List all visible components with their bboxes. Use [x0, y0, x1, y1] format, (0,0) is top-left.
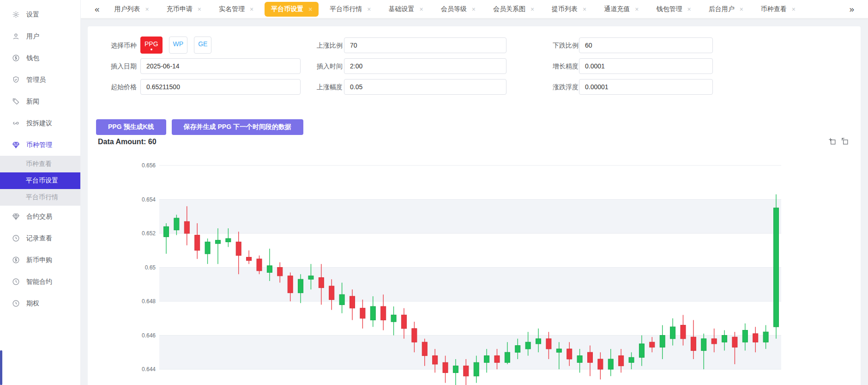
start-price-label: 起始价格 [111, 79, 137, 95]
tab-0[interactable]: 用户列表× [108, 2, 156, 17]
tab-label: 通道充值 [604, 5, 630, 13]
coin-button-ppg-label: PPG [145, 40, 158, 48]
tab-close-icon[interactable]: × [367, 6, 371, 12]
tab-label: 钱包管理 [656, 5, 682, 13]
shield-icon [12, 76, 20, 84]
sidebar-item-label: 记录查看 [26, 234, 52, 243]
sidebar-item-label: 智能合约 [26, 278, 52, 286]
coin-button-wp[interactable]: WP [169, 37, 188, 54]
sidebar-item-1[interactable]: 用户 [0, 25, 80, 47]
tab-7[interactable]: 会员关系图× [487, 2, 541, 17]
tab-close-icon[interactable]: × [308, 6, 312, 12]
tab-label: 提币列表 [552, 5, 578, 13]
tab-9[interactable]: 通道充值× [597, 2, 645, 17]
tabs-scroll-left-icon[interactable]: « [91, 4, 103, 14]
sidebar-subitem-6-2[interactable]: 平台币行情 [0, 189, 80, 206]
fall-ratio-input[interactable] [579, 37, 713, 53]
tab-label: 会员关系图 [493, 5, 525, 13]
sidebar-item-5[interactable]: 投拆建议 [0, 112, 80, 134]
tab-close-icon[interactable]: × [635, 6, 639, 12]
tab-label: 用户列表 [115, 5, 140, 13]
tab-label: 平台币行情 [330, 5, 362, 13]
sidebar-item-8[interactable]: 记录查看 [0, 227, 80, 249]
tab-10[interactable]: 钱包管理× [650, 2, 697, 17]
sidebar-scrollbar-thumb[interactable] [0, 350, 2, 385]
tab-12[interactable]: 币种查看× [754, 2, 802, 17]
sidebar-item-label: 新闻 [26, 98, 39, 106]
svg-text:0.652: 0.652 [142, 230, 156, 237]
coin-button-ge[interactable]: GE [194, 37, 211, 54]
tab-close-icon[interactable]: × [530, 6, 534, 12]
insert-date-label: 插入日期 [111, 58, 137, 74]
tab-11[interactable]: 后台用户× [702, 2, 750, 17]
rise-ratio-input[interactable] [344, 37, 506, 53]
rise-amplitude-input[interactable] [344, 79, 506, 95]
tabs-scroll-right-icon[interactable]: » [845, 4, 858, 14]
data-amount-text: Data Amount: 60 [98, 138, 157, 146]
fall-ratio-label: 下跌比例 [553, 37, 579, 53]
tab-close-icon[interactable]: × [250, 6, 253, 12]
coin-button-ppg[interactable]: PPG [140, 37, 163, 54]
sidebar-item-label: 币种管理 [26, 141, 52, 149]
sidebar-item-7[interactable]: 合约交易 [0, 206, 80, 227]
sidebar-item-3[interactable]: 管理员 [0, 69, 80, 91]
fluctuation-input[interactable] [579, 79, 713, 95]
tab-1[interactable]: 充币申请× [160, 2, 208, 17]
insert-time-input[interactable] [344, 58, 506, 74]
diamond-icon [12, 213, 20, 220]
tab-close-icon[interactable]: × [145, 6, 149, 12]
tab-label: 后台用户 [709, 5, 735, 13]
growth-precision-input[interactable] [579, 58, 713, 74]
sidebar-item-0[interactable]: 设置 [0, 4, 80, 25]
chart-restore-icon[interactable] [841, 137, 849, 145]
svg-text:0.644: 0.644 [142, 366, 156, 373]
tab-3[interactable]: 平台币设置× [265, 2, 319, 17]
coin-select-label: 选择币种 [111, 37, 137, 53]
sidebar-subitem-6-0[interactable]: 币种查看 [0, 156, 80, 172]
tab-6[interactable]: 会员等级× [434, 2, 482, 17]
coin-active-dot [151, 49, 152, 50]
wallet-icon [12, 54, 20, 62]
sidebar-item-4[interactable]: 新闻 [0, 91, 80, 112]
main-panel: 选择币种 PPG WP GE 上涨比例 下跌比例 [88, 26, 861, 385]
kline-chart-canvas[interactable]: 0.6560.6540.6520.650.6480.6460.644 [88, 159, 861, 385]
tab-label: 会员等级 [441, 5, 467, 13]
start-price-input[interactable] [140, 79, 301, 95]
chart-toolbox [828, 137, 849, 145]
insert-time-label: 插入时间 [317, 58, 343, 74]
save-generate-next-period-button[interactable]: 保存并生成 PPG 下一个时间段的数据 [172, 119, 303, 135]
sidebar-item-2[interactable]: 钱包 [0, 47, 80, 69]
sidebar-subitem-6-1[interactable]: 平台币设置 [0, 172, 80, 189]
link-icon [12, 119, 20, 127]
tab-close-icon[interactable]: × [792, 6, 796, 12]
sidebar-item-label: 管理员 [26, 76, 46, 84]
clock-icon [12, 278, 20, 286]
action-buttons: PPG 预生成K线 保存并生成 PPG 下一个时间段的数据 [96, 119, 303, 135]
sidebar-item-11[interactable]: 期权 [0, 293, 80, 314]
sidebar-item-label: 新币申购 [26, 256, 52, 264]
chart-zoom-select-icon[interactable] [828, 137, 836, 145]
sidebar-item-label: 投拆建议 [26, 119, 52, 128]
tab-close-icon[interactable]: × [198, 6, 201, 12]
kline-chart[interactable]: 0.6560.6540.6520.650.6480.6460.644 [88, 159, 861, 385]
sidebar-item-label: 设置 [26, 11, 39, 19]
tab-close-icon[interactable]: × [740, 6, 743, 12]
insert-date-input[interactable] [140, 58, 301, 74]
clock-icon [12, 299, 20, 307]
tab-close-icon[interactable]: × [687, 6, 691, 12]
tab-close-icon[interactable]: × [420, 6, 423, 12]
sidebar-item-9[interactable]: 新币申购 [0, 249, 80, 271]
sidebar-item-6[interactable]: 币种管理 [0, 134, 80, 156]
tab-5[interactable]: 基础设置× [382, 2, 430, 17]
sidebar-item-10[interactable]: 智能合约 [0, 271, 80, 293]
tab-label: 充币申请 [167, 5, 193, 13]
tab-8[interactable]: 提币列表× [545, 2, 593, 17]
coin-selector: PPG WP GE [140, 37, 211, 54]
tab-close-icon[interactable]: × [583, 6, 586, 12]
pregenerate-kline-button[interactable]: PPG 预生成K线 [96, 119, 166, 135]
sidebar-menu: 设置用户钱包管理员新闻投拆建议币种管理币种查看平台币设置平台币行情合约交易记录查… [0, 0, 80, 314]
tab-close-icon[interactable]: × [472, 6, 476, 12]
tab-4[interactable]: 平台币行情× [323, 2, 377, 17]
tab-2[interactable]: 实名管理× [212, 2, 260, 17]
svg-text:0.654: 0.654 [142, 196, 156, 203]
